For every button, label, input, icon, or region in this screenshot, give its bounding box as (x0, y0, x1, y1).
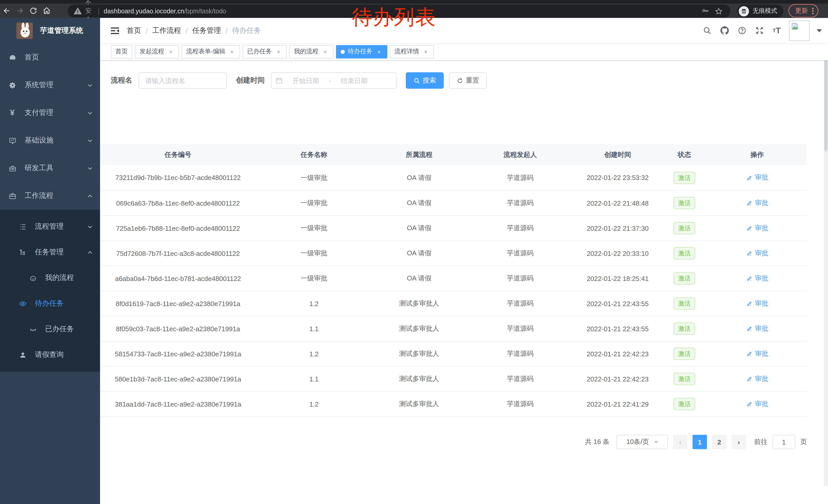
page-size-select[interactable]: 10条/页 (617, 435, 668, 449)
approve-link[interactable]: 审批 (746, 349, 768, 358)
edit-pencil-icon (746, 325, 753, 332)
date-range-picker[interactable]: - (271, 72, 397, 89)
status-badge: 激活 (673, 247, 695, 260)
range-separator: - (329, 77, 331, 84)
tab-my-process[interactable]: 我的流程× (289, 45, 333, 58)
hamburger-icon[interactable] (100, 27, 127, 35)
yen-icon: ¥ (8, 108, 16, 118)
tab-home[interactable]: 首页 (111, 45, 132, 58)
eye-open-icon (18, 300, 27, 308)
status-badge: 激活 (673, 272, 695, 284)
tab-close-icon[interactable]: × (422, 48, 429, 55)
approve-link[interactable]: 审批 (746, 173, 768, 182)
table-row: 8f0d1619-7ac8-11ec-a9e2-a2380e71991a 1.2… (100, 291, 807, 316)
bookmark-star-icon[interactable] (712, 4, 726, 18)
workflow-submenu: 流程管理 任务管理 我的流程 (0, 210, 100, 372)
page-button-2[interactable]: 2 (712, 435, 727, 449)
next-page-button[interactable]: › (732, 435, 746, 449)
tab-close-icon[interactable]: × (228, 48, 236, 55)
tab-todo-tasks[interactable]: 待办任务× (336, 45, 387, 58)
sidebar-item-label: 研发工具 (25, 164, 87, 173)
sidebar-item-infrastructure[interactable]: 基础设施 (0, 127, 100, 154)
chevron-down-icon (87, 82, 93, 88)
sidebar-item-devtools[interactable]: 研发工具 (0, 154, 100, 182)
approve-link[interactable]: 审批 (746, 299, 768, 308)
start-date-input[interactable] (285, 77, 327, 84)
fullscreen-icon[interactable] (754, 26, 764, 36)
sidebar-item-task-mgmt[interactable]: 任务管理 (0, 239, 100, 265)
sidebar-item-home[interactable]: 首页 (0, 44, 100, 71)
password-key-icon[interactable] (699, 4, 712, 18)
sidebar-item-system[interactable]: 系统管理 (0, 71, 100, 99)
tab-done-tasks[interactable]: 已办任务× (243, 45, 287, 58)
cell-actions: 审批 (707, 274, 807, 283)
approve-link[interactable]: 审批 (746, 224, 768, 233)
process-name-input[interactable] (138, 72, 227, 89)
help-icon[interactable] (737, 26, 747, 36)
reload-icon[interactable] (27, 4, 40, 17)
tab-start-process[interactable]: 发起流程× (135, 45, 179, 58)
tab-close-icon[interactable]: × (167, 48, 174, 55)
breadcrumb-workflow[interactable]: 工作流程 (152, 26, 181, 35)
cell-starter: 芋道源码 (466, 349, 574, 358)
tab-close-icon[interactable]: × (376, 48, 383, 55)
approve-link[interactable]: 审批 (746, 249, 768, 258)
edit-pencil-icon (746, 401, 753, 407)
sidebar-item-leave-query[interactable]: 请假查询 (0, 342, 100, 368)
eye-closed-icon (29, 325, 37, 333)
search-button[interactable]: 搜索 (406, 72, 444, 89)
tab-close-icon[interactable]: × (322, 48, 329, 55)
update-button[interactable]: 更新 (788, 4, 818, 17)
approve-link[interactable]: 审批 (746, 274, 768, 283)
col-process: 所属流程 (372, 150, 466, 159)
approve-link[interactable]: 审批 (746, 400, 768, 409)
sidebar-item-payment[interactable]: ¥ 支付管理 (0, 99, 100, 127)
tab-close-icon[interactable]: × (275, 48, 282, 55)
end-date-input[interactable] (333, 77, 375, 84)
font-size-icon[interactable]: TT (772, 26, 782, 36)
avatar[interactable] (789, 20, 810, 41)
breadcrumb-home[interactable]: 首页 (127, 26, 141, 35)
back-icon[interactable] (0, 4, 13, 17)
approve-link[interactable]: 审批 (746, 198, 768, 208)
avatar-caret-icon[interactable] (817, 29, 822, 32)
browser-menu-icon[interactable] (812, 7, 814, 14)
breadcrumb-task-mgmt[interactable]: 任务管理 (192, 26, 221, 35)
url-host: dashboard.yudao.iocoder.cn (104, 7, 184, 15)
table-row: 725a1eb6-7b88-11ec-8ef0-acde48001122 一级审… (100, 215, 807, 240)
table-row: 8f059c03-7ac8-11ec-a9e2-a2380e71991a 1.1… (100, 316, 807, 341)
cell-actions: 审批 (707, 249, 807, 258)
tab-process-detail[interactable]: 流程详情× (390, 45, 434, 58)
goto-page-input[interactable] (773, 435, 795, 449)
cell-status: 激活 (661, 348, 707, 360)
approve-link[interactable]: 审批 (746, 324, 768, 333)
tab-label: 待办任务 (348, 47, 372, 56)
prev-page-button[interactable]: ‹ (673, 435, 688, 449)
monitor-icon (8, 136, 16, 145)
cell-task-id: 725a1eb6-7b88-11ec-8ef0-acde48001122 (100, 224, 256, 232)
reset-button[interactable]: 重置 (449, 72, 487, 89)
cell-status: 激活 (661, 197, 707, 209)
search-icon[interactable] (702, 26, 712, 36)
sidebar-item-process-mgmt[interactable]: 流程管理 (0, 214, 100, 239)
cell-task-name: 一级审批 (256, 198, 372, 208)
scrollbar-track[interactable] (824, 18, 828, 486)
app-logo[interactable]: 芋道管理系统 (0, 18, 100, 44)
todo-table: 任务编号 任务名称 所属流程 流程发起人 创建时间 状态 操作 73211d9d… (100, 144, 807, 417)
incognito-badge: 无痕模式 (737, 5, 783, 17)
toolbox-icon (8, 164, 16, 172)
home-icon[interactable] (40, 4, 53, 17)
forward-icon[interactable] (13, 4, 27, 17)
sidebar-item-done-tasks[interactable]: 已办任务 (0, 316, 100, 342)
approve-link[interactable]: 审批 (746, 374, 768, 383)
approve-link-label: 审批 (755, 173, 768, 182)
page-button-1[interactable]: 1 (693, 435, 707, 449)
chevron-down-icon (87, 138, 93, 143)
sidebar-item-workflow[interactable]: 工作流程 (0, 182, 100, 210)
cell-created: 2022-01-22 21:37:30 (574, 224, 661, 232)
sidebar-item-my-process[interactable]: 我的流程 (0, 265, 100, 291)
sidebar-item-todo-tasks[interactable]: 待办任务 (0, 291, 100, 316)
github-icon[interactable] (719, 26, 730, 36)
cell-task-name: 1.2 (256, 350, 372, 358)
tab-form-edit[interactable]: 流程表单-编辑× (181, 45, 240, 58)
